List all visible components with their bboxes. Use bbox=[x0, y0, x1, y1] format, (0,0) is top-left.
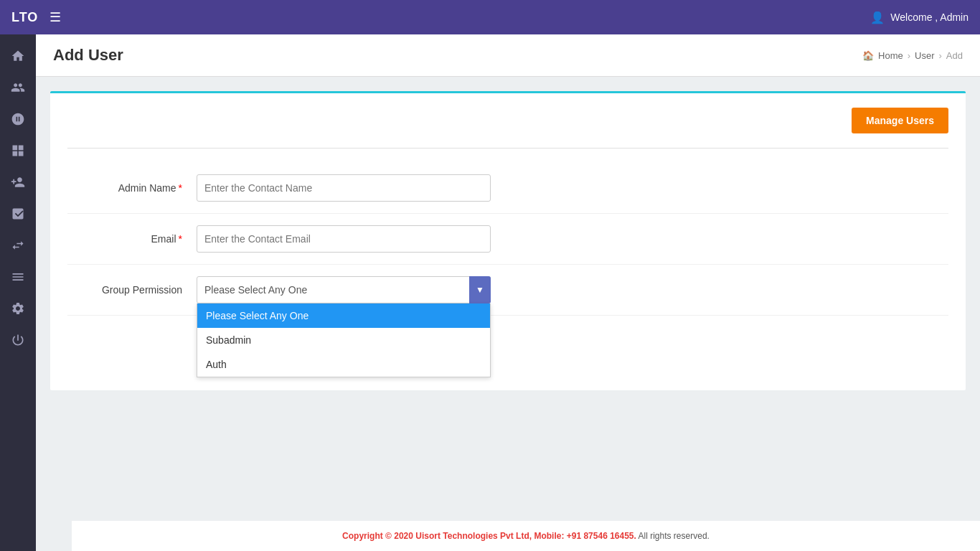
content-area: Manage Users Admin Name* Email* bbox=[36, 77, 980, 521]
select-display-text: Please Select Any One bbox=[197, 284, 490, 296]
main-wrapper: Add User 🏠 Home › User › Add Manage User… bbox=[36, 34, 980, 551]
sidebar-item-power[interactable] bbox=[5, 327, 31, 353]
group-permission-label: Group Permission bbox=[67, 284, 197, 296]
sidebar-item-users[interactable] bbox=[5, 75, 31, 100]
user-avatar-icon: 👤 bbox=[870, 11, 885, 24]
sidebar-item-home[interactable] bbox=[5, 43, 31, 69]
dropdown-item-default[interactable]: Please Select Any One bbox=[197, 303, 490, 328]
sidebar-item-add-user[interactable] bbox=[5, 169, 31, 195]
breadcrumb: 🏠 Home › User › Add bbox=[862, 50, 963, 61]
select-display[interactable]: Please Select Any One ▼ bbox=[197, 276, 491, 303]
dropdown-item-auth[interactable]: Auth bbox=[197, 352, 490, 377]
breadcrumb-home-icon: 🏠 bbox=[862, 50, 874, 61]
sidebar-item-group[interactable] bbox=[5, 106, 31, 132]
footer: Copyright © 2020 Uisort Technologies Pvt… bbox=[72, 521, 980, 551]
footer-copyright: Copyright © 2020 Uisort Technologies Pvt… bbox=[342, 531, 636, 541]
dropdown-list: Please Select Any One Subadmin Auth bbox=[197, 303, 491, 377]
breadcrumb-current: Add bbox=[946, 50, 963, 61]
email-row: Email* bbox=[67, 214, 948, 265]
group-permission-row: Group Permission Please Select Any One ▼… bbox=[67, 265, 948, 316]
page-header: Add User 🏠 Home › User › Add bbox=[36, 34, 980, 77]
breadcrumb-sep1: › bbox=[908, 50, 910, 61]
add-user-card: Manage Users Admin Name* Email* bbox=[50, 91, 966, 390]
page-title: Add User bbox=[53, 46, 123, 65]
manage-users-button[interactable]: Manage Users bbox=[852, 108, 948, 133]
dropdown-item-subadmin[interactable]: Subadmin bbox=[197, 328, 490, 352]
add-user-form: Admin Name* Email* Group Permission bbox=[67, 148, 948, 369]
email-input[interactable] bbox=[197, 225, 491, 253]
navbar-right: 👤 Welcome , Admin bbox=[870, 11, 969, 24]
welcome-text: Welcome , Admin bbox=[890, 11, 969, 23]
email-label: Email* bbox=[67, 233, 197, 245]
footer-rights: All rights reserved. bbox=[639, 531, 710, 541]
sidebar-item-list[interactable] bbox=[5, 264, 31, 290]
admin-name-label: Admin Name* bbox=[67, 182, 197, 194]
brand-logo: LTO bbox=[11, 10, 38, 25]
sidebar-item-reports[interactable] bbox=[5, 201, 31, 227]
navbar-left: LTO ☰ bbox=[11, 9, 61, 25]
card-toolbar: Manage Users bbox=[67, 108, 948, 148]
admin-name-input[interactable] bbox=[197, 174, 491, 202]
breadcrumb-user: User bbox=[915, 50, 934, 61]
breadcrumb-sep2: › bbox=[939, 50, 942, 61]
menu-toggle-icon[interactable]: ☰ bbox=[50, 9, 61, 25]
navbar: LTO ☰ 👤 Welcome , Admin bbox=[0, 0, 980, 34]
admin-name-required: * bbox=[179, 182, 182, 194]
admin-name-row: Admin Name* bbox=[67, 163, 948, 214]
select-wrapper: Please Select Any One ▼ Please Select An… bbox=[197, 276, 491, 303]
email-required: * bbox=[179, 233, 182, 245]
sidebar-item-transfer[interactable] bbox=[5, 232, 31, 258]
sidebar-item-settings[interactable] bbox=[5, 296, 31, 321]
breadcrumb-home: Home bbox=[878, 50, 903, 61]
sidebar bbox=[0, 34, 36, 551]
sidebar-item-dashboard[interactable] bbox=[5, 138, 31, 164]
